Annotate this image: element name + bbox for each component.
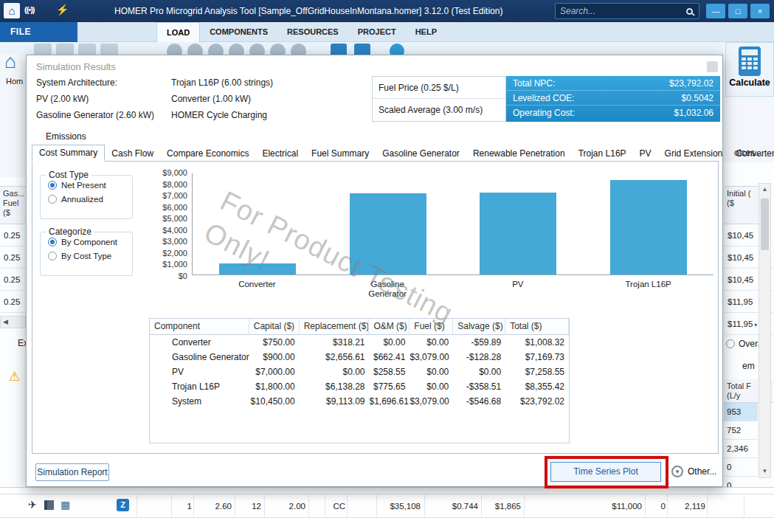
bg-left-values: 0.250.250.250.25 xyxy=(0,224,26,313)
radio-label: By Component xyxy=(61,238,117,246)
window-title: HOMER Pro Microgrid Analysis Tool [Sampl… xyxy=(114,6,502,16)
calculate-button[interactable]: Calculate xyxy=(726,77,773,88)
menu-tab-resources[interactable]: RESOURCES xyxy=(277,22,348,42)
results-tab-pv[interactable]: PV xyxy=(633,146,658,161)
menu-tab-help[interactable]: HELP xyxy=(406,22,446,42)
toolbar-icon[interactable] xyxy=(187,44,203,55)
minimize-button[interactable]: — xyxy=(706,4,725,18)
calculate-panel[interactable]: Calculate xyxy=(725,42,774,97)
close-button[interactable]: × xyxy=(750,4,770,18)
toolbar-icon[interactable] xyxy=(56,44,74,55)
scrollbar-thumb[interactable] xyxy=(761,198,769,250)
toolbar-icon[interactable] xyxy=(354,44,370,55)
vertical-scrollbar[interactable]: ▲ ▼ xyxy=(759,183,771,478)
results-tab-trojan-l16p[interactable]: Trojan L16P xyxy=(572,146,633,161)
y-tick-label: $1,000 xyxy=(162,260,187,269)
house-icon: ⌂ xyxy=(8,4,15,17)
toolbar-icon[interactable] xyxy=(100,44,118,55)
chevron-down-icon[interactable]: ▾ xyxy=(671,466,683,477)
menu-bar: FILE LOADCOMPONENTSRESOURCESPROJECTHELP xyxy=(0,22,774,42)
toolbar-icon[interactable] xyxy=(78,44,96,55)
menu-tab-project[interactable]: PROJECT xyxy=(348,22,406,42)
dialog-button[interactable] xyxy=(707,61,718,72)
column-header-salvage-: Salvage ($) xyxy=(453,319,505,334)
results-tab-electrical[interactable]: Electrical xyxy=(255,146,305,161)
search-box[interactable] xyxy=(555,3,699,19)
results-tab-converter[interactable]: Converter xyxy=(729,146,774,161)
horizontal-scrollbar-left[interactable]: ◀ xyxy=(0,316,26,328)
results-tab-cash-flow[interactable]: Cash Flow xyxy=(105,146,160,161)
results-tab-fuel-summary[interactable]: Fuel Summary xyxy=(305,146,376,161)
grid-line xyxy=(481,494,482,517)
toolbar-icon[interactable] xyxy=(390,44,404,55)
table-row: Converter$750.00$318.21$0.00$0.00-$59.89… xyxy=(150,335,569,350)
menu-tab-components[interactable]: COMPONENTS xyxy=(200,22,277,42)
home-icon[interactable]: ⌂ xyxy=(4,50,16,73)
y-tick-label: $3,000 xyxy=(162,237,187,246)
cost-summary-panel: Cost Type Net PresentAnnualized Categori… xyxy=(32,161,719,454)
results-tab-gasoline-generator[interactable]: Gasoline Generator xyxy=(376,146,466,161)
bg-bottom-cell: 2.00 xyxy=(267,497,305,516)
x-tick-label: Gasoline Generator xyxy=(353,280,421,299)
toolbar-icon[interactable] xyxy=(249,44,265,55)
results-tab-emissions[interactable]: Emissions xyxy=(38,130,94,143)
maximize-button[interactable]: □ xyxy=(728,4,747,18)
radio-option-by-component[interactable]: By Component xyxy=(48,238,132,246)
results-tab-cost-summary[interactable]: Cost Summary xyxy=(32,145,105,162)
categorize-group: Categorize By ComponentBy Cost Type xyxy=(40,232,133,276)
scroll-up-icon[interactable]: ▲ xyxy=(759,184,770,196)
y-tick-label: $9,000 xyxy=(162,168,187,177)
x-tick-label: Converter xyxy=(238,280,276,299)
table-cell: System xyxy=(150,394,249,409)
menu-tab-load[interactable]: LOAD xyxy=(156,22,200,42)
toolbar xyxy=(0,42,723,55)
column-header-fuel-: Fuel ($) xyxy=(410,319,453,334)
file-menu-button[interactable]: FILE xyxy=(0,22,77,42)
table-cell: $7,169.73 xyxy=(505,350,569,365)
toolbar-icon[interactable] xyxy=(34,44,52,55)
column-header-o-m-: O&M ($) xyxy=(369,319,410,334)
radio-dot xyxy=(48,181,57,190)
search-input[interactable] xyxy=(560,6,686,16)
toolbar-icon[interactable] xyxy=(208,44,224,55)
results-tab-grid-extension[interactable]: Grid Extension xyxy=(658,146,730,161)
radio-dot xyxy=(726,339,735,348)
ribbon-tabs: LOADCOMPONENTSRESOURCESPROJECTHELP xyxy=(156,22,446,42)
table-cell: -$358.51 xyxy=(453,379,505,394)
toolbar-icon[interactable] xyxy=(270,44,286,55)
results-tab-compare-economics[interactable]: Compare Economics xyxy=(160,146,255,161)
radio-option-annualized[interactable]: Annualized xyxy=(48,195,132,204)
grid-line xyxy=(524,494,525,517)
other-button[interactable]: Other... xyxy=(688,466,716,477)
column-header-capital-: Capital ($) xyxy=(249,319,300,334)
bg-cell: 0.25 xyxy=(0,269,26,291)
system-label-fragment: em xyxy=(742,361,755,371)
table-row: Trojan L16P$1,800.00$6,138.28$775.65$0.0… xyxy=(150,379,569,394)
architecture-item: Gasoline Generator (2.60 kW) xyxy=(36,110,154,120)
table-row: System$10,450.00$9,113.09$1,696.61$3,079… xyxy=(150,394,569,409)
grid-line xyxy=(424,494,425,517)
scroll-left-icon[interactable]: ◀ xyxy=(3,318,8,325)
results-tab-renewable-penetration[interactable]: Renewable Penetration xyxy=(466,146,572,161)
x-tick-label: Trojan L16P xyxy=(626,280,671,299)
scroll-down-icon[interactable]: ▼ xyxy=(759,466,770,477)
simulation-report-button[interactable]: Simulation Report xyxy=(35,463,109,481)
table-cell: $750.00 xyxy=(249,335,300,350)
radio-option-by-cost-type[interactable]: By Cost Type xyxy=(48,252,132,260)
bg-bottom-cell: $1,865 xyxy=(484,497,521,516)
time-series-plot-button[interactable]: Time Series Plot xyxy=(550,462,661,482)
z-badge-icon: Z xyxy=(117,499,129,511)
summary-value: $1,032.06 xyxy=(674,106,713,120)
dialog-title: Simulation Results xyxy=(36,61,116,72)
y-tick-label: $7,000 xyxy=(162,191,187,200)
radio-option-net-present[interactable]: Net Present xyxy=(48,181,132,190)
toolbar-icon[interactable] xyxy=(229,44,244,55)
table-cell: $662.41 xyxy=(370,350,410,365)
search-icon[interactable] xyxy=(686,8,693,15)
bg-header-line: Initial ( xyxy=(727,189,759,198)
table-cell: $0.00 xyxy=(410,379,453,394)
toolbar-icon[interactable] xyxy=(331,44,347,55)
table-row: PV$7,000.00$0.00$258.55$0.00$0.00$7,258.… xyxy=(150,365,569,379)
toolbar-icon[interactable] xyxy=(291,44,306,55)
toolbar-icon[interactable] xyxy=(167,44,182,55)
